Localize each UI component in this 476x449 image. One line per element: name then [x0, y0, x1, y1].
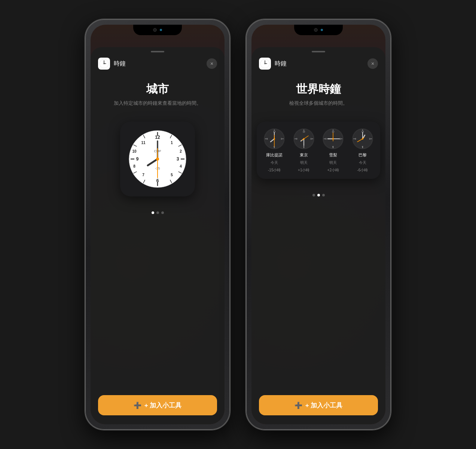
svg-text:9: 9 — [136, 156, 139, 162]
city-name-1: 東京 — [300, 152, 308, 158]
clock-svg-1: 12 3 6 9 1 2 4 5 7 8 10 — [128, 129, 187, 189]
city-name-3: 巴黎 — [358, 152, 367, 158]
notch-1 — [133, 25, 182, 35]
dot-1-3 — [161, 211, 164, 214]
svg-text:12: 12 — [332, 131, 335, 133]
widget-preview-2: 12 3 6 9 — [251, 110, 385, 186]
phone-screen-1: 時鐘 × 城市 加入特定城市的時鐘來查看當地的時間。 — [91, 25, 225, 424]
dot-2-3 — [322, 194, 325, 196]
dot-1-2 — [156, 211, 159, 214]
city-item-3: 12 3 6 9 — [350, 128, 375, 173]
svg-text:11: 11 — [141, 141, 146, 145]
svg-text:12: 12 — [302, 131, 305, 133]
city-clock-svg-1: 12 3 6 9 — [293, 128, 315, 150]
page-dots-1 — [91, 204, 225, 222]
add-button-label-1: + 加入小工具 — [144, 401, 182, 410]
sheet-header-1: 時鐘 × — [91, 52, 225, 74]
widget-preview-1: 12 3 6 9 1 2 4 5 7 8 10 — [91, 110, 225, 204]
dot-2-1 — [312, 194, 315, 196]
svg-point-40 — [265, 63, 266, 64]
city-day-0: 今天 — [271, 160, 278, 165]
mute-button-2 — [245, 79, 246, 91]
notch-2 — [294, 25, 343, 35]
widget-title-area-1: 城市 加入特定城市的時鐘來查看當地的時間。 — [91, 74, 225, 110]
header-app-name-1: 時鐘 — [114, 60, 203, 68]
city-clock-svg-2: 12 3 6 9 — [322, 128, 344, 150]
widget-main-title-1: 城市 — [98, 82, 217, 97]
widget-title-area-2: 世界時鐘 檢視全球多個城市的時間。 — [251, 74, 385, 110]
svg-point-3 — [104, 63, 105, 64]
add-widget-button-1[interactable]: ➕ + 加入小工具 — [98, 395, 217, 415]
city-offset-0: -15小時 — [268, 168, 281, 173]
city-clock-svg-0: 12 3 6 9 — [263, 128, 286, 150]
multi-clock-widget: 12 3 6 9 — [257, 122, 380, 179]
header-app-name-2: 時鐘 — [275, 60, 364, 68]
widget-subtitle-1: 加入特定城市的時鐘來查看當地的時間。 — [98, 100, 217, 107]
volume-up-button-2 — [245, 97, 246, 113]
widget-subtitle-2: 檢視全球多個城市的時間。 — [259, 100, 378, 107]
city-item-0: 12 3 6 9 — [262, 128, 287, 173]
notch-camera-2 — [314, 28, 318, 32]
svg-text:6: 6 — [156, 178, 159, 183]
widget-sheet-1: 時鐘 × 城市 加入特定城市的時鐘來查看當地的時間。 — [91, 47, 225, 424]
svg-text:1: 1 — [171, 141, 173, 145]
clock-app-icon-svg-1 — [99, 58, 109, 69]
notch-dot-2 — [321, 29, 323, 31]
city-offset-1: +1小時 — [298, 168, 309, 173]
side-buttons-left-2 — [245, 79, 246, 135]
city-offset-3: -6小時 — [357, 168, 368, 173]
svg-point-85 — [332, 138, 334, 140]
phone-frame-2: 時鐘 × 世界時鐘 檢視全球多個城市的時間。 — [245, 19, 391, 430]
power-button-2 — [391, 94, 391, 118]
add-widget-button-2[interactable]: ➕ + 加入小工具 — [259, 395, 378, 415]
sheet-header-2: 時鐘 × — [251, 52, 385, 74]
svg-text:4: 4 — [180, 164, 182, 168]
phone-2: 時鐘 × 世界時鐘 檢視全球多個城市的時間。 — [245, 19, 391, 430]
city-day-3: 今天 — [359, 160, 366, 165]
power-button — [230, 94, 231, 118]
single-clock-widget: 12 3 6 9 1 2 4 5 7 8 10 — [120, 122, 195, 196]
add-button-label-2: + 加入小工具 — [305, 401, 343, 410]
volume-up-button — [85, 97, 85, 113]
dot-1-active — [152, 211, 154, 214]
analog-clock-1: 12 3 6 9 1 2 4 5 7 8 10 — [128, 129, 187, 189]
city-item-2: 12 3 6 9 — [321, 128, 346, 173]
page-dots-2 — [251, 186, 385, 204]
app-icon-2 — [259, 58, 271, 70]
side-buttons-left-1 — [85, 79, 85, 135]
city-name-0: 庫比提諾 — [266, 152, 283, 158]
svg-text:3: 3 — [177, 156, 179, 162]
svg-text:7: 7 — [142, 173, 144, 177]
svg-point-100 — [362, 138, 363, 140]
phone-1: 時鐘 × 城市 加入特定城市的時鐘來查看當地的時間。 — [85, 19, 231, 430]
svg-text:5: 5 — [171, 173, 173, 177]
volume-down-button — [85, 118, 85, 135]
close-button-1[interactable]: × — [207, 58, 217, 69]
add-button-plus-2: ➕ — [295, 401, 302, 409]
widget-main-title-2: 世界時鐘 — [259, 82, 378, 97]
close-button-2[interactable]: × — [367, 58, 378, 69]
volume-down-button-2 — [245, 118, 246, 135]
svg-point-36 — [156, 158, 159, 161]
notch-dot-1 — [160, 29, 162, 31]
svg-text:2: 2 — [180, 149, 182, 153]
add-button-plus-1: ➕ — [134, 401, 141, 409]
clock-app-icon-svg-2 — [260, 58, 270, 69]
phone-screen-2: 時鐘 × 世界時鐘 檢視全球多個城市的時間。 — [251, 25, 385, 424]
svg-text:12: 12 — [155, 135, 160, 140]
city-name-2: 雪梨 — [329, 152, 337, 158]
city-item-1: 12 3 6 9 — [292, 128, 317, 173]
svg-point-55 — [274, 138, 275, 140]
city-offset-2: +2小時 — [327, 168, 339, 173]
notch-camera-1 — [153, 28, 157, 32]
svg-text:8: 8 — [133, 164, 135, 168]
phone-frame-1: 時鐘 × 城市 加入特定城市的時鐘來查看當地的時間。 — [85, 19, 231, 430]
city-day-1: 明天 — [300, 160, 308, 165]
city-clock-svg-3: 12 3 6 9 — [351, 128, 374, 150]
widget-sheet-2: 時鐘 × 世界時鐘 檢視全球多個城市的時間。 — [251, 47, 385, 424]
svg-text:10: 10 — [132, 149, 137, 153]
city-day-2: 明天 — [329, 160, 337, 165]
dot-2-active — [317, 194, 320, 196]
svg-point-70 — [303, 138, 305, 140]
mute-button — [85, 79, 85, 91]
